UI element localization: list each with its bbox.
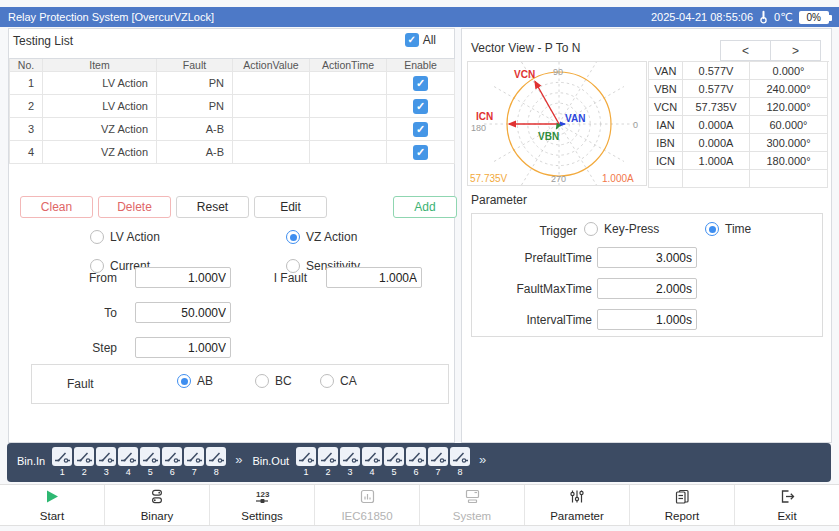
from-input[interactable] [135, 267, 231, 288]
svg-text:123: 123 [256, 490, 270, 499]
phasor-angle: 0.000° [750, 62, 828, 80]
to-input[interactable] [135, 302, 231, 323]
bin-out-channel: 8 [450, 447, 470, 477]
row-enable-checkbox[interactable] [413, 122, 428, 137]
col-header-enable: Enable [387, 59, 455, 72]
icn-label: ICN [476, 111, 493, 122]
battery-indicator: 0% [799, 11, 829, 24]
select-all-checkbox[interactable] [405, 33, 419, 47]
switch-icon [140, 447, 160, 466]
row-enable-checkbox[interactable] [413, 99, 428, 114]
axis-180-label: 180 [471, 123, 486, 133]
bin-in-more-chevron[interactable]: » [235, 452, 242, 467]
fault-bc-radio[interactable] [255, 374, 269, 388]
prefaulttime-label: PrefaultTime [502, 251, 592, 265]
datetime-label: 2025-04-21 08:55:06 [651, 11, 753, 23]
phasor-name: VAN [649, 62, 683, 80]
channel-number: 7 [436, 467, 441, 477]
vector-next-button[interactable]: > [770, 40, 821, 61]
step-label: Step [59, 341, 117, 355]
bin-in-channel: 2 [74, 447, 94, 477]
row-enable-checkbox[interactable] [413, 76, 428, 91]
switch-icon [340, 447, 360, 466]
binary-io-bar: Bin.In 1 2 3 4 5 6 7 [7, 443, 831, 482]
report-button[interactable]: Report [630, 485, 735, 525]
bin-in-channel: 1 [52, 447, 72, 477]
row-enable-checkbox[interactable] [413, 145, 428, 160]
start-button[interactable]: Start [0, 485, 105, 525]
channel-number: 7 [192, 467, 197, 477]
channel-number: 2 [82, 467, 87, 477]
current-scale-label: 1.000A [602, 173, 634, 184]
switch-icon [206, 447, 226, 466]
table-row[interactable]: 2 LV Action PN [10, 95, 454, 118]
clean-button[interactable]: Clean [20, 196, 93, 218]
parameter-button[interactable]: Parameter [525, 485, 630, 525]
lv-action-label: LV Action [110, 230, 160, 244]
vector-parameter-panel: Vector View - P To N < > [461, 28, 832, 443]
system-icon [464, 489, 481, 508]
switch-icon [384, 447, 404, 466]
prefaulttime-input[interactable] [597, 247, 697, 268]
channel-number: 3 [104, 467, 109, 477]
col-header-no: No. [10, 59, 43, 72]
trigger-keypress-radio[interactable] [584, 222, 598, 236]
phasor-row: VAN 0.577V 0.000° [649, 62, 829, 80]
switch-icon [362, 447, 382, 466]
axis-270-label: 270 [551, 174, 566, 184]
table-row[interactable]: 3 VZ Action A-B [10, 118, 454, 141]
bin-out-more-chevron[interactable]: » [479, 452, 486, 467]
bin-in-channel: 8 [206, 447, 226, 477]
iec61850-button: IEC61850 [315, 485, 420, 525]
bottom-toolbar: Start Binary 123 Settings IEC61850 Syste… [0, 484, 839, 526]
phasor-name: VCN [649, 98, 683, 116]
ifault-label: I Fault [261, 271, 307, 285]
phasor-angle: 60.000° [750, 116, 828, 134]
step-input[interactable] [135, 337, 231, 358]
parameter-title: Parameter [471, 193, 527, 207]
app-window: Relay Protection System [OvercurVZLock] … [0, 0, 839, 531]
edit-button[interactable]: Edit [254, 196, 327, 218]
cell-item: LV Action [43, 95, 157, 118]
settings-button[interactable]: 123 Settings [210, 485, 315, 525]
lv-action-radio[interactable] [90, 230, 104, 244]
phasor-name: IBN [649, 134, 683, 152]
trigger-time-radio[interactable] [705, 222, 719, 236]
testing-list-table: No. Item Fault ActionValue ActionTime En… [9, 58, 454, 164]
ifault-input[interactable] [326, 267, 422, 288]
bin-out-channel: 1 [296, 447, 316, 477]
add-button[interactable]: Add [393, 196, 457, 218]
intervaltime-input[interactable] [597, 309, 697, 330]
phasor-polar-chart: 90 0 180 270 VCN ICN VAN VBN 57.735V 1.0… [467, 61, 647, 186]
reset-button[interactable]: Reset [176, 196, 249, 218]
col-header-actionvalue: ActionValue [233, 59, 310, 72]
channel-number: 2 [326, 467, 331, 477]
phasor-magnitude: 1.000A [683, 152, 750, 170]
channel-number: 6 [414, 467, 419, 477]
fault-ca-label: CA [340, 374, 357, 388]
vector-prev-button[interactable]: < [720, 40, 771, 61]
delete-button[interactable]: Delete [98, 196, 171, 218]
table-row[interactable]: 1 LV Action PN [10, 72, 454, 95]
cell-item: VZ Action [43, 141, 157, 164]
bin-out-channel: 3 [340, 447, 360, 477]
fault-ab-radio[interactable] [177, 374, 191, 388]
channel-number: 4 [126, 467, 131, 477]
phasor-magnitude: 0.000A [683, 134, 750, 152]
vbn-label: VBN [538, 131, 559, 142]
vz-action-radio[interactable] [286, 230, 300, 244]
exit-button[interactable]: Exit [735, 485, 839, 525]
fault-ca-radio[interactable] [320, 374, 334, 388]
bin-in-channel: 3 [96, 447, 116, 477]
table-row[interactable]: 4 VZ Action A-B [10, 141, 454, 164]
binary-button[interactable]: Binary [105, 485, 210, 525]
temperature-label: 0℃ [774, 11, 792, 24]
bin-in-channel: 6 [162, 447, 182, 477]
phasor-row-empty [649, 170, 829, 188]
report-icon [674, 489, 690, 508]
vcn-label: VCN [514, 69, 535, 80]
switch-icon [96, 447, 116, 466]
faultmaxtime-input[interactable] [597, 278, 697, 299]
exit-icon [779, 489, 795, 508]
phasor-angle: 120.000° [750, 98, 828, 116]
